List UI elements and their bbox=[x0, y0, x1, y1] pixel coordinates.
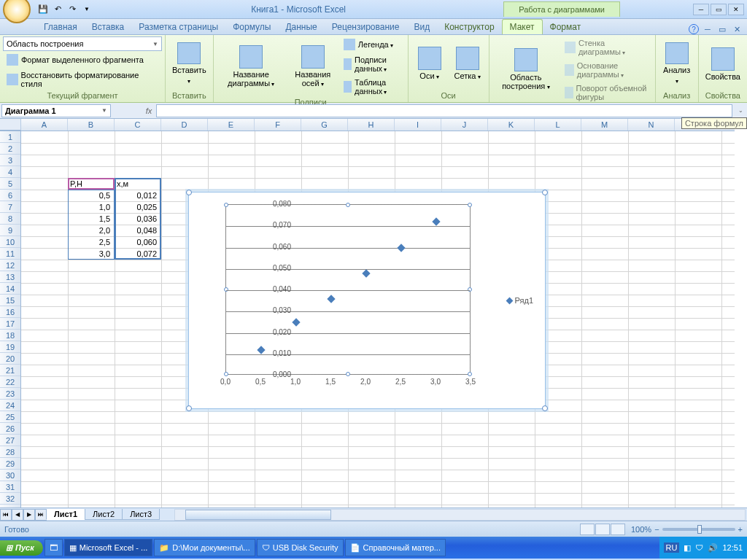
axes-button[interactable]: Оси bbox=[411, 40, 448, 88]
cell[interactable]: 0,048 bbox=[115, 225, 159, 236]
sheet-tab-2[interactable]: Лист2 bbox=[85, 509, 123, 520]
taskbar-excel[interactable]: ▦Microsoft Excel - ... bbox=[64, 539, 153, 556]
chart-title-button[interactable]: Название диаграммы bbox=[217, 43, 286, 91]
row-header-28[interactable]: 28 bbox=[0, 446, 20, 458]
qat-dropdown-icon[interactable]: ▼ bbox=[80, 3, 93, 16]
zoom-slider[interactable] bbox=[662, 528, 735, 531]
col-header-M[interactable]: M bbox=[581, 119, 628, 131]
tab-page-layout[interactable]: Разметка страницы bbox=[131, 20, 225, 34]
language-indicator[interactable]: RU bbox=[664, 542, 680, 553]
row-header-29[interactable]: 29 bbox=[0, 458, 20, 470]
view-normal-button[interactable] bbox=[580, 524, 595, 535]
data-point[interactable] bbox=[292, 318, 300, 326]
data-point[interactable] bbox=[432, 218, 440, 226]
col-header-D[interactable]: D bbox=[161, 119, 208, 131]
tab-insert[interactable]: Вставка bbox=[85, 20, 132, 34]
tab-home[interactable]: Главная bbox=[36, 20, 85, 34]
col-header-H[interactable]: H bbox=[348, 119, 395, 131]
row-header-1[interactable]: 1 bbox=[0, 131, 20, 143]
tab-chart-format[interactable]: Формат bbox=[543, 20, 589, 34]
fx-icon[interactable]: fx bbox=[142, 106, 156, 115]
col-header-A[interactable]: A bbox=[21, 119, 68, 131]
cell[interactable]: 0,036 bbox=[115, 213, 159, 224]
chart-handle[interactable] bbox=[542, 405, 548, 411]
cell[interactable]: 2,5 bbox=[68, 236, 112, 247]
row-header-2[interactable]: 2 bbox=[0, 143, 20, 155]
maximize-button[interactable]: ▭ bbox=[711, 4, 727, 15]
data-point[interactable] bbox=[397, 244, 405, 252]
worksheet-grid[interactable]: ABCDEFGHIJKLMN 1234567891011121314151617… bbox=[0, 119, 747, 508]
col-header-J[interactable]: J bbox=[441, 119, 488, 131]
row-header-21[interactable]: 21 bbox=[0, 365, 20, 376]
row-header-7[interactable]: 7 bbox=[0, 201, 20, 213]
data-point[interactable] bbox=[327, 295, 335, 303]
doc-restore-button[interactable]: ▭ bbox=[716, 24, 728, 34]
cell[interactable]: 2,0 bbox=[68, 225, 112, 236]
chart-wall-button[interactable]: Стенка диаграммы bbox=[561, 36, 652, 58]
plot-area-button[interactable]: Область построения bbox=[492, 46, 560, 94]
row-header-20[interactable]: 20 bbox=[0, 353, 20, 365]
horizontal-scrollbar[interactable] bbox=[174, 509, 746, 521]
row-header-23[interactable]: 23 bbox=[0, 388, 20, 400]
cell[interactable]: 0,025 bbox=[115, 201, 159, 212]
chart-handle[interactable] bbox=[542, 190, 548, 195]
cell[interactable]: 3,0 bbox=[68, 248, 112, 259]
sheet-nav-prev[interactable]: ◀ bbox=[12, 509, 23, 521]
tray-icon[interactable]: ◧ bbox=[684, 543, 691, 553]
sheet-tab-3[interactable]: Лист3 bbox=[122, 509, 160, 520]
plot-handle[interactable] bbox=[346, 203, 350, 207]
reset-style-button[interactable]: Восстановить форматирование стиля bbox=[3, 69, 162, 90]
row-header-13[interactable]: 13 bbox=[0, 271, 20, 283]
col-header-K[interactable]: K bbox=[488, 119, 535, 131]
view-page-layout-button[interactable] bbox=[595, 524, 610, 535]
cell[interactable]: 0,060 bbox=[115, 236, 159, 247]
axis-titles-button[interactable]: Названия осей bbox=[287, 43, 338, 91]
sheet-nav-first[interactable]: ⏮ bbox=[0, 509, 12, 521]
col-header-L[interactable]: L bbox=[535, 119, 581, 131]
row-header-8[interactable]: 8 bbox=[0, 213, 20, 225]
row-header-22[interactable]: 22 bbox=[0, 376, 20, 388]
row-header-32[interactable]: 32 bbox=[0, 493, 20, 505]
row-headers[interactable]: 1234567891011121314151617181920212223242… bbox=[0, 131, 21, 508]
formula-input[interactable] bbox=[156, 104, 732, 117]
row-header-27[interactable]: 27 bbox=[0, 435, 20, 446]
zoom-in-button[interactable]: + bbox=[738, 525, 743, 534]
row-header-10[interactable]: 10 bbox=[0, 236, 20, 248]
doc-minimize-button[interactable]: ─ bbox=[702, 24, 713, 34]
tray-icon[interactable]: 🛡 bbox=[695, 543, 703, 552]
zoom-level[interactable]: 100% bbox=[631, 525, 651, 534]
row-header-16[interactable]: 16 bbox=[0, 306, 20, 318]
chart-object[interactable]: Ряд1 0,0000,0100,0200,0300,0400,0500,060… bbox=[188, 192, 546, 409]
row-header-15[interactable]: 15 bbox=[0, 295, 20, 306]
plot-handle[interactable] bbox=[468, 287, 472, 292]
row-header-18[interactable]: 18 bbox=[0, 330, 20, 341]
select-all-corner[interactable] bbox=[0, 119, 21, 131]
col-header-N[interactable]: N bbox=[628, 119, 675, 131]
row-header-6[interactable]: 6 bbox=[0, 190, 20, 201]
sheet-nav-next[interactable]: ▶ bbox=[23, 509, 35, 521]
row-header-24[interactable]: 24 bbox=[0, 400, 20, 411]
plot-handle[interactable] bbox=[224, 203, 228, 207]
col-header-C[interactable]: C bbox=[115, 119, 161, 131]
formula-bar-expand[interactable]: ⌄ Строка формул bbox=[734, 107, 747, 114]
doc-close-button[interactable]: ✕ bbox=[731, 24, 743, 34]
plot-handle[interactable] bbox=[468, 372, 472, 376]
cell[interactable]: 0,072 bbox=[115, 248, 159, 259]
data-table-button[interactable]: Таблица данных bbox=[340, 76, 405, 98]
redo-icon[interactable]: ↷ bbox=[66, 3, 79, 16]
row-header-5[interactable]: 5 bbox=[0, 178, 20, 190]
legend-button[interactable]: Легенда bbox=[340, 36, 405, 52]
save-icon[interactable]: 💾 bbox=[36, 3, 50, 16]
row-header-30[interactable]: 30 bbox=[0, 470, 20, 481]
tab-review[interactable]: Рецензирование bbox=[325, 20, 407, 34]
sheet-tab-1[interactable]: Лист1 bbox=[46, 509, 85, 520]
system-tray[interactable]: RU ◧ 🛡 🔊 12:51 bbox=[659, 537, 747, 559]
plot-handle[interactable] bbox=[224, 287, 228, 292]
col-header-B[interactable]: B bbox=[68, 119, 115, 131]
view-page-break-button[interactable] bbox=[611, 524, 625, 535]
plot-handle[interactable] bbox=[346, 372, 350, 376]
quick-launch[interactable]: 🗔 bbox=[44, 539, 63, 556]
rotate-3d-button[interactable]: Поворот объемной фигуры bbox=[561, 82, 652, 104]
col-header-E[interactable]: E bbox=[208, 119, 255, 131]
zoom-out-button[interactable]: − bbox=[654, 525, 659, 534]
